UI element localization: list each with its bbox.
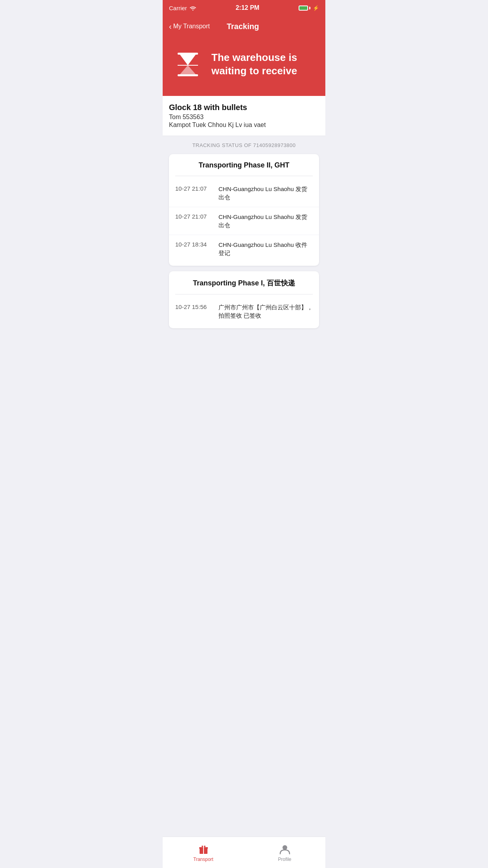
tracking-events-0: 10-27 21:07CHN-Guangzhou Lu Shaohu 发货出仓1… [169,176,319,266]
svg-point-0 [192,9,193,11]
event-time: 10-27 15:56 [175,303,211,310]
battery-tip [309,7,310,9]
back-chevron-icon: ‹ [169,22,172,30]
event-description: 广州市广州市【广州白云区十部】，拍照签收 已签收 [218,303,313,320]
battery-body [299,6,308,11]
event-time: 10-27 18:34 [175,241,211,248]
battery-indicator [299,6,310,11]
event-description: CHN-Guangzhou Lu Shaohu 收件登记 [218,241,313,257]
package-recipient: Tom 553563 [169,114,319,121]
event-time: 10-27 21:07 [175,185,211,192]
package-name: Glock 18 with bullets [169,103,319,112]
event-time: 10-27 21:07 [175,213,211,220]
tracking-event: 10-27 21:07CHN-Guangzhou Lu Shaohu 发货出仓 [169,207,319,235]
phase-card-0: Transporting Phase II, GHT10-27 21:07CHN… [169,154,319,266]
nav-bar: ‹ My Transport Tracking [163,16,325,37]
package-address: Kampot Tuek Chhou Kj Lv iua vaet [169,121,319,129]
hero-status-text: The warehouse is waiting to receive [211,51,316,78]
back-label: My Transport [173,23,210,30]
charging-bolt: ⚡ [313,5,319,11]
main-content: Transporting Phase II, GHT10-27 21:07CHN… [163,154,325,369]
svg-rect-1 [178,53,198,55]
tracking-status-header: TRACKING STATUS OF 71405928973800 [163,136,325,154]
hourglass-icon [172,49,204,80]
tracking-event: 10-27 21:07CHN-Guangzhou Lu Shaohu 发货出仓 [169,179,319,207]
event-description: CHN-Guangzhou Lu Shaohu 发货出仓 [218,213,313,229]
hero-banner: The warehouse is waiting to receive [163,37,325,96]
tracking-event: 10-27 15:56广州市广州市【广州白云区十部】，拍照签收 已签收 [169,298,319,325]
status-time: 2:12 PM [236,4,259,11]
event-description: CHN-Guangzhou Lu Shaohu 发货出仓 [218,185,313,201]
phase-title-0: Transporting Phase II, GHT [169,154,319,176]
wifi-icon [189,5,196,11]
battery-area: ⚡ [299,5,319,11]
phase-title-1: Transporting Phase I, 百世快递 [169,271,319,294]
back-button[interactable]: ‹ My Transport [169,22,210,30]
phase-card-1: Transporting Phase I, 百世快递10-27 15:56广州市… [169,271,319,328]
status-bar: Carrier 2:12 PM ⚡ [163,0,325,16]
tracking-event: 10-27 18:34CHN-Guangzhou Lu Shaohu 收件登记 [169,235,319,263]
carrier-info: Carrier [169,5,196,11]
carrier-label: Carrier [169,5,187,11]
tracking-events-1: 10-27 15:56广州市广州市【广州白云区十部】，拍照签收 已签收 [169,294,319,328]
tracking-status-label: TRACKING STATUS OF 71405928973800 [192,142,295,148]
svg-rect-2 [178,74,198,76]
page-title: Tracking [210,22,276,31]
package-info: Glock 18 with bullets Tom 553563 Kampot … [163,96,325,136]
